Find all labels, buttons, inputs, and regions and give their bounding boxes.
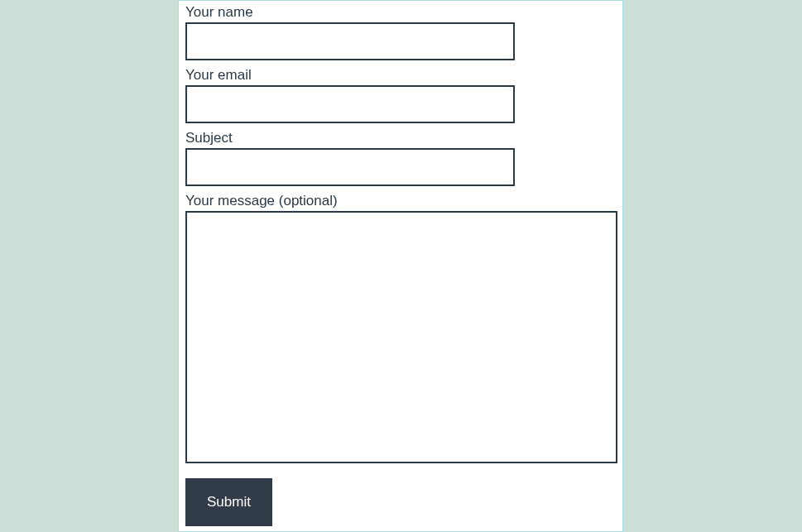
message-field-group: Your message (optional) [185, 193, 616, 467]
name-label: Your name [185, 4, 616, 21]
email-input[interactable] [185, 85, 515, 123]
name-input[interactable] [185, 22, 515, 60]
subject-input[interactable] [185, 148, 515, 186]
subject-field-group: Subject [185, 130, 616, 186]
message-label: Your message (optional) [185, 193, 616, 209]
subject-label: Subject [185, 130, 616, 146]
email-label: Your email [185, 67, 616, 84]
name-field-group: Your name [185, 4, 616, 60]
message-textarea[interactable] [185, 211, 617, 463]
contact-form-container: Your name Your email Subject Your messag… [178, 0, 623, 532]
email-field-group: Your email [185, 67, 616, 123]
submit-button[interactable]: Submit [185, 478, 272, 526]
